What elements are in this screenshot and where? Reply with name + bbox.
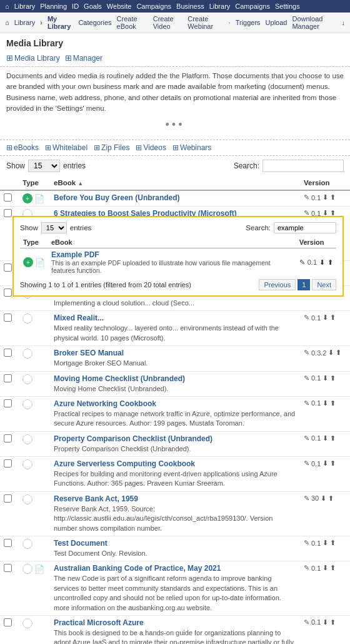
breadcrumb-my-library[interactable]: My Library [48,15,73,30]
row-checkbox[interactable] [4,564,12,572]
download-icon[interactable]: ⬇ [322,618,328,626]
edit-icon[interactable]: ✎ [304,374,309,382]
edit-icon[interactable]: ✎ [304,494,309,503]
row-checkbox[interactable] [4,263,12,272]
top-nav-campaigns2[interactable]: Campaigns [235,3,270,10]
upload-icon[interactable]: ⬆ [336,349,341,357]
top-nav-settings[interactable]: Settings [275,3,300,10]
row-checkbox[interactable] [4,209,12,217]
top-nav-planning[interactable]: Planning [40,3,67,10]
download-icon[interactable]: ⬇ [322,539,328,547]
edit-icon[interactable]: ✎ [304,399,309,407]
download-icon[interactable]: ⬇ [322,434,328,442]
edit-icon[interactable]: ✎ [304,314,309,322]
popup-search-box: Search: [246,222,336,233]
row-checkbox[interactable] [4,434,12,442]
entry-title[interactable]: Moving Home Checklist (Unbranded) [54,374,296,383]
entry-title[interactable]: Test Document [54,539,296,548]
cat-tab-webinars[interactable]: ⊞ Webinars [172,143,211,152]
entry-title[interactable]: Before You Buy Green (Unbranded) [54,193,296,202]
top-nav-id[interactable]: ID [72,3,79,10]
download-icon[interactable]: ⬇ [322,564,328,572]
tab-media-library[interactable]: ⊞ Media Library [6,53,60,63]
th-ebook[interactable]: eBook ▲ [50,176,300,190]
download-icon[interactable]: ⬇ [322,399,328,407]
entry-title[interactable]: Practical Microsoft Azure [54,618,296,627]
popup-next-button[interactable]: Next [312,279,336,290]
upload-icon[interactable]: ⬆ [330,193,336,202]
green-circle-icon[interactable]: + [22,193,32,203]
popup-entries-label: entries [70,224,92,232]
popup-search-input[interactable] [274,222,336,233]
upload-icon[interactable]: ⬆ [330,618,336,626]
row-checkbox[interactable] [4,399,12,407]
download-icon[interactable]: ⬇ [321,494,326,503]
edit-icon[interactable]: ✎ [304,459,309,468]
download-icon[interactable]: ⬇ [322,459,328,468]
nav-categories[interactable]: Categories [78,19,111,26]
row-checkbox[interactable] [4,618,12,626]
tab-manager[interactable]: ⊞ Manager [65,53,102,63]
search-input[interactable] [262,160,344,172]
download-icon[interactable]: ⬇ [322,193,328,202]
top-nav-goals[interactable]: Goals [84,3,102,10]
top-nav-business[interactable]: Business [176,3,204,10]
nav-create-video[interactable]: Create Video [153,15,183,30]
top-nav-campaigns[interactable]: Campaigns [136,3,171,10]
popup-previous-button[interactable]: Previous [259,279,296,290]
upload-icon[interactable]: ⬆ [330,314,336,322]
edit-icon[interactable]: ✎ [304,618,309,626]
upload-icon[interactable]: ⬆ [330,539,336,547]
popup-green-circle[interactable]: + [23,257,33,267]
download-icon[interactable]: ⬇ [322,314,328,322]
entry-title[interactable]: Azure Serverless Computing Cookbook [54,459,296,468]
cat-tab-zipfiles[interactable]: ⊞ Zip Files [94,143,129,152]
entries-select[interactable]: 10 15 25 50 100 [28,160,60,172]
edit-icon[interactable]: ✎ [304,193,309,202]
upload-icon[interactable]: ⬆ [330,564,336,572]
nav-create-ebook[interactable]: Create eBook [117,15,148,30]
upload-icon[interactable]: ⬆ [330,434,336,442]
upload-icon[interactable]: ⬆ [328,494,334,503]
nav-download-manager[interactable]: Download Manager [292,15,336,30]
row-checkbox[interactable] [4,314,12,322]
edit-icon[interactable]: ✎ [304,349,309,357]
nav-create-webinar[interactable]: Create Webinar [188,15,223,30]
row-checkbox[interactable] [4,349,12,357]
entry-title[interactable]: Reserve Bank Act, 1959 [54,494,296,503]
cat-tab-ebooks[interactable]: ⊞ eBooks [6,143,39,152]
top-nav-website[interactable]: Website [107,3,132,10]
upload-icon[interactable]: ⬆ [330,459,336,468]
popup-upload-icon[interactable]: ⬆ [328,258,333,267]
cat-tab-videos[interactable]: ⊞ Videos [136,143,166,152]
row-checkbox[interactable] [4,193,12,202]
row-checkbox[interactable] [4,494,12,503]
entry-title[interactable]: Mixed Realit... [54,314,296,322]
edit-icon[interactable]: ✎ [304,434,309,442]
popup-entries-select[interactable]: 10 15 25 [41,222,67,233]
edit-icon[interactable]: ✎ [304,539,309,547]
popup-download-icon[interactable]: ⬇ [319,258,325,267]
breadcrumb-library[interactable]: Library [14,19,36,26]
upload-icon[interactable]: ⬆ [330,374,336,382]
top-nav-home[interactable]: ⌂ [5,3,9,10]
upload-icon[interactable]: ⬆ [330,399,336,407]
nav-triggers[interactable]: Triggers [236,19,261,26]
entry-title[interactable]: Azure Networking Cookbook [54,399,296,408]
top-nav-library2[interactable]: Library [209,3,231,10]
cat-tab-whitelabel[interactable]: ⊞ Whitelabel [45,143,88,152]
nav-upload[interactable]: Upload [266,19,288,26]
row-checkbox[interactable] [4,539,12,547]
entry-title[interactable]: Australian Banking Code of Practice, May… [54,564,296,573]
row-checkbox[interactable] [4,374,12,382]
edit-icon[interactable]: ✎ [304,564,309,572]
row-checkbox[interactable] [4,459,12,468]
download-icon[interactable]: ⬇ [328,349,334,357]
top-nav-library[interactable]: Library [14,3,36,10]
entry-title[interactable]: Broker SEO Manual [54,349,296,357]
entry-title[interactable]: Property Comparison Checklist (Unbranded… [54,434,296,443]
popup-page-1[interactable]: 1 [298,279,310,290]
popup-edit-icon[interactable]: ✎ [299,258,305,267]
download-icon[interactable]: ⬇ [322,374,328,382]
row-checkbox[interactable] [4,289,12,297]
